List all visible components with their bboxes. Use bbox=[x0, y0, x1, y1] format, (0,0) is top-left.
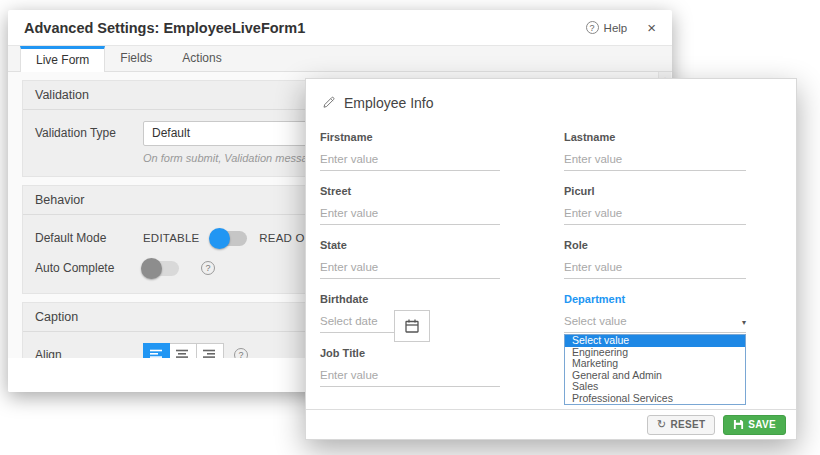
employee-info-panel: Employee Info Firstname Enter value Last… bbox=[305, 78, 797, 440]
align-right-button[interactable] bbox=[197, 343, 224, 359]
job-title-input[interactable]: Enter value bbox=[320, 369, 500, 387]
tab-fields[interactable]: Fields bbox=[105, 46, 167, 71]
picurl-label: Picurl bbox=[564, 185, 746, 197]
job-title-field: Job Title Enter value bbox=[320, 347, 500, 401]
auto-complete-toggle[interactable] bbox=[143, 261, 179, 276]
dropdown-option-sales[interactable]: Sales bbox=[565, 381, 745, 393]
form-footer: ↻ RESET SAVE bbox=[306, 409, 796, 439]
picurl-field: Picurl Enter value bbox=[564, 185, 746, 239]
calendar-icon bbox=[404, 318, 420, 334]
lastname-label: Lastname bbox=[564, 131, 746, 143]
reset-button[interactable]: ↻ RESET bbox=[647, 415, 715, 435]
tab-live-form[interactable]: Live Form bbox=[20, 46, 105, 72]
align-left-button[interactable] bbox=[143, 343, 170, 359]
dialog-header: Advanced Settings: EmployeeLiveForm1 ? H… bbox=[8, 10, 672, 46]
role-label: Role bbox=[564, 239, 746, 251]
form-body: Firstname Enter value Lastname Enter val… bbox=[306, 119, 796, 401]
auto-complete-help-icon[interactable]: ? bbox=[201, 261, 215, 275]
department-dropdown: Select value Engineering Marketing Gener… bbox=[564, 334, 746, 405]
save-button[interactable]: SAVE bbox=[723, 415, 786, 435]
align-help-icon[interactable]: ? bbox=[234, 348, 248, 358]
firstname-input[interactable]: Enter value bbox=[320, 153, 500, 171]
reset-icon: ↻ bbox=[657, 418, 667, 431]
editable-label: EDITABLE bbox=[143, 232, 199, 244]
tab-actions[interactable]: Actions bbox=[167, 46, 236, 71]
auto-complete-label: Auto Complete bbox=[35, 261, 143, 275]
street-input[interactable]: Enter value bbox=[320, 207, 500, 225]
chevron-down-icon: ▾ bbox=[742, 318, 746, 327]
default-mode-toggle[interactable] bbox=[211, 231, 247, 246]
save-icon bbox=[733, 419, 744, 430]
department-field: Department Select value ▾ Select value E… bbox=[564, 293, 746, 347]
tab-bar: Live Form Fields Actions bbox=[8, 46, 672, 72]
state-field: State Enter value bbox=[320, 239, 500, 293]
help-button[interactable]: ? Help bbox=[586, 21, 628, 34]
dialog-title: Advanced Settings: EmployeeLiveForm1 bbox=[24, 20, 586, 36]
role-field: Role Enter value bbox=[564, 239, 746, 293]
align-label: Align bbox=[35, 348, 143, 358]
pencil-icon bbox=[322, 95, 336, 109]
department-label: Department bbox=[564, 293, 746, 305]
dropdown-option-select-value[interactable]: Select value bbox=[565, 335, 745, 347]
dropdown-option-marketing[interactable]: Marketing bbox=[565, 358, 745, 370]
lastname-field: Lastname Enter value bbox=[564, 131, 746, 185]
birthdate-input[interactable]: Select date bbox=[320, 315, 394, 333]
firstname-label: Firstname bbox=[320, 131, 500, 143]
job-title-label: Job Title bbox=[320, 347, 500, 359]
align-center-icon bbox=[175, 349, 191, 358]
birthdate-field: Birthdate Select date bbox=[320, 293, 500, 347]
form-title: Employee Info bbox=[344, 95, 434, 111]
department-select[interactable]: Select value ▾ bbox=[564, 315, 746, 333]
validation-type-label: Validation Type bbox=[35, 126, 143, 140]
role-input[interactable]: Enter value bbox=[564, 261, 746, 279]
birthdate-label: Birthdate bbox=[320, 293, 500, 305]
state-label: State bbox=[320, 239, 500, 251]
align-center-button[interactable] bbox=[170, 343, 197, 359]
picurl-input[interactable]: Enter value bbox=[564, 207, 746, 225]
align-button-group bbox=[143, 343, 224, 359]
help-icon: ? bbox=[586, 21, 599, 34]
calendar-button[interactable] bbox=[394, 310, 430, 342]
validation-type-select[interactable]: Default ▾ bbox=[143, 121, 328, 146]
close-icon[interactable]: × bbox=[647, 20, 656, 35]
align-right-icon bbox=[202, 349, 218, 358]
state-input[interactable]: Enter value bbox=[320, 261, 500, 279]
firstname-field: Firstname Enter value bbox=[320, 131, 500, 185]
street-label: Street bbox=[320, 185, 500, 197]
default-mode-label: Default Mode bbox=[35, 231, 143, 245]
street-field: Street Enter value bbox=[320, 185, 500, 239]
align-left-icon bbox=[149, 349, 165, 358]
form-header: Employee Info bbox=[306, 79, 796, 119]
dropdown-option-professional-services[interactable]: Professional Services bbox=[565, 393, 745, 405]
lastname-input[interactable]: Enter value bbox=[564, 153, 746, 171]
